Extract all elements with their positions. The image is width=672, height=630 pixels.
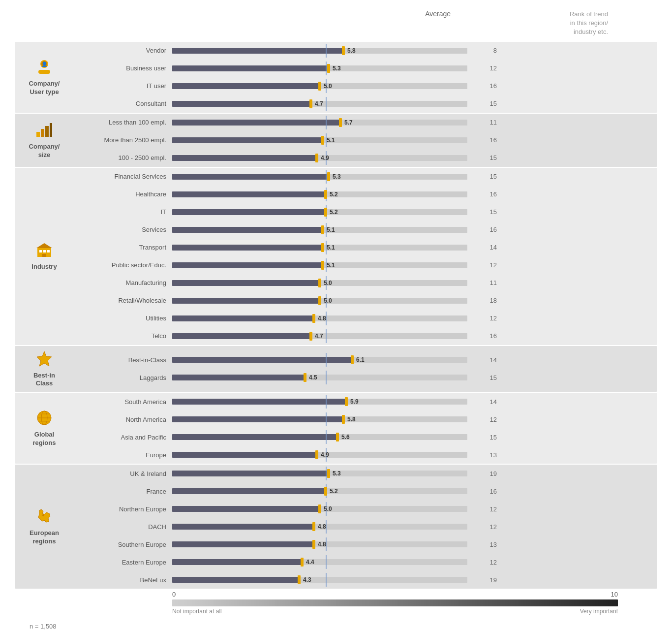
rank-value: 14	[467, 398, 507, 406]
bar-marker	[345, 397, 348, 406]
axis-zero: 0	[172, 591, 176, 598]
avg-line	[326, 371, 327, 384]
axis-area: 0 10 Not important at all Very important	[172, 591, 618, 615]
avg-line	[326, 62, 327, 75]
row-label: 100 - 2500 empl.	[74, 154, 172, 161]
rank-value: 19	[467, 470, 507, 477]
bar-area: 5.6	[172, 432, 467, 442]
bar-value-label: 4.9	[321, 451, 329, 458]
bar-area: 5.1	[172, 135, 467, 145]
svg-rect-11	[47, 250, 50, 252]
bar-area: 4.8	[172, 314, 467, 323]
bar-area: 5.2	[172, 189, 467, 199]
chart-row: South America5.914	[74, 393, 657, 410]
bar-fill	[172, 399, 346, 405]
chart-row: Vendor5.88	[74, 42, 657, 60]
bar-area: 4.5	[172, 373, 467, 382]
bar-fill	[172, 416, 343, 422]
company-user-type-icon: 👤	[35, 58, 53, 78]
rank-value: 8	[467, 47, 507, 54]
bar-value-label: 5.7	[344, 119, 353, 126]
rank-value: 15	[467, 173, 507, 180]
axis-very-important: Very important	[580, 608, 618, 615]
rank-value: 15	[467, 100, 507, 107]
bar-marker	[315, 450, 318, 459]
svg-rect-7	[50, 123, 52, 137]
chart-row: Financial Services5.315	[74, 168, 657, 186]
bar-marker	[312, 522, 315, 531]
chart-row: Utilities4.812	[74, 310, 657, 327]
bar-fill	[172, 434, 337, 440]
chart-row: Public sector/Educ.5.112	[74, 256, 657, 274]
section-best-in-class: Best-inClassBest-in-Class6.114Laggards4.…	[15, 346, 657, 392]
bar-value-label: 5.2	[330, 209, 338, 216]
section-label-best-in-class: Best-inClass	[33, 372, 55, 388]
rank-value: 16	[467, 226, 507, 233]
row-label: Eastern Europe	[74, 559, 172, 566]
chart-row: Services5.116	[74, 221, 657, 239]
bar-marker	[315, 154, 318, 162]
avg-line	[326, 430, 327, 444]
row-label: Services	[74, 226, 172, 233]
rank-value: 12	[467, 523, 507, 531]
bar-value-label: 5.2	[330, 488, 338, 495]
svg-rect-13	[42, 254, 46, 257]
chart-row: IT user5.016	[74, 77, 657, 95]
bar-value-label: 5.1	[327, 226, 335, 233]
section-icon-area-best-in-class: Best-inClass	[15, 346, 74, 392]
bar-marker	[304, 373, 306, 382]
rank-value: 15	[467, 208, 507, 216]
avg-line	[326, 412, 327, 426]
bar-area: 4.4	[172, 557, 467, 567]
bar-fill	[172, 191, 326, 197]
rank-value: 16	[467, 82, 507, 90]
rank-value: 13	[467, 451, 507, 459]
chart-row: UK & Ireland5.319	[74, 465, 657, 482]
bar-marker	[327, 172, 330, 181]
bar-fill	[172, 577, 299, 583]
avg-line	[326, 467, 327, 480]
bar-marker	[318, 296, 321, 305]
industry-icon	[35, 241, 53, 261]
bar-marker	[339, 118, 342, 127]
n-label: n = 1,508	[30, 623, 57, 630]
rank-value: 16	[467, 488, 507, 495]
avg-line	[326, 329, 327, 343]
rows-area-industry: Financial Services5.315Healthcare5.216IT…	[74, 168, 657, 345]
bar-area: 5.8	[172, 414, 467, 424]
rows-area-company-size: Less than 100 empl.5.711More than 2500 e…	[74, 114, 657, 167]
bar-area: 4.3	[172, 575, 467, 585]
bar-area: 5.0	[172, 296, 467, 306]
bar-fill	[172, 209, 326, 215]
row-label: Healthcare	[74, 190, 172, 198]
global-regions-icon	[35, 409, 53, 429]
bar-marker	[298, 575, 301, 584]
bar-marker	[318, 82, 321, 91]
bar-marker	[342, 415, 345, 424]
bar-fill	[172, 298, 320, 304]
section-icon-area-company-user-type: 👤Company/User type	[15, 42, 74, 113]
bar-area: 5.2	[172, 207, 467, 217]
avg-line	[326, 170, 327, 184]
bar-value-label: 5.1	[327, 137, 335, 144]
avg-line	[326, 97, 327, 111]
bar-area: 5.7	[172, 118, 467, 127]
bar-marker	[324, 190, 327, 199]
bar-area: 5.3	[172, 469, 467, 478]
rank-value: 12	[467, 261, 507, 269]
bar-value-label: 4.7	[315, 100, 323, 107]
chart-container: Average Rank of trendin this region/indu…	[0, 0, 672, 630]
row-label: Southern Europe	[74, 541, 172, 548]
row-label: Asia and Pacific	[74, 434, 172, 441]
chart-row: Best-in-Class6.114	[74, 351, 657, 369]
bar-value-label: 5.3	[333, 65, 341, 72]
bar-area: 4.7	[172, 331, 467, 341]
rows-area-european-regions: UK & Ireland5.319France5.216Northern Eur…	[74, 465, 657, 589]
rank-value: 19	[467, 576, 507, 584]
section-label-company-user-type: Company/User type	[29, 80, 60, 96]
bar-fill	[172, 227, 323, 233]
section-company-size: Company/sizeLess than 100 empl.5.711More…	[15, 114, 657, 167]
row-label: Less than 100 empl.	[74, 119, 172, 126]
chart-row: North America5.812	[74, 410, 657, 428]
bar-value-label: 4.8	[318, 541, 326, 548]
